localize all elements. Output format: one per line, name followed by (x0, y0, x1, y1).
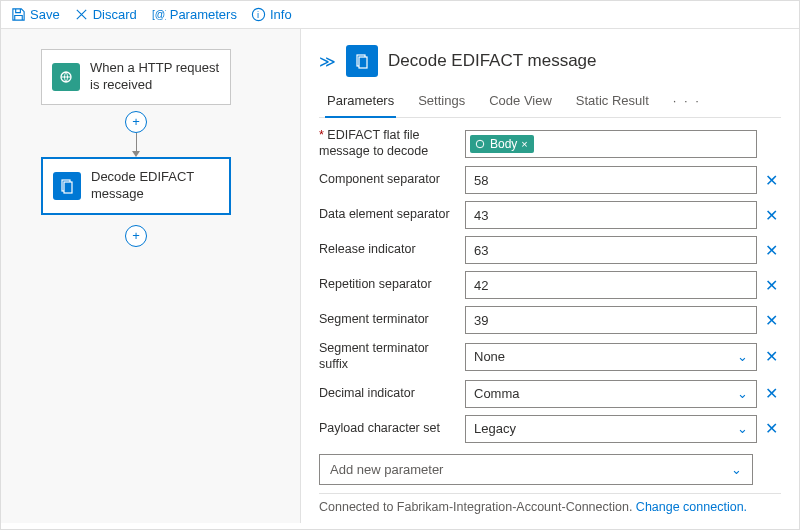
parameters-icon: [@] (151, 7, 166, 22)
svg-text:i: i (257, 10, 259, 20)
param-release-ind-input[interactable] (465, 236, 757, 264)
tabs: Parameters Settings Code View Static Res… (319, 87, 781, 118)
toolbar: Save Discard [@] Parameters i Info (1, 1, 799, 29)
http-icon (52, 63, 80, 91)
parameters-button[interactable]: [@] Parameters (151, 7, 237, 22)
panel-edifact-icon (346, 45, 378, 77)
param-decimal-ind-select[interactable]: Comma⌄ (465, 380, 757, 408)
chevron-down-icon: ⌄ (737, 349, 748, 364)
svg-text:[@]: [@] (152, 9, 166, 20)
param-decimal-ind: Decimal indicator Comma⌄ ✕ (319, 380, 781, 408)
discard-button[interactable]: Discard (74, 7, 137, 22)
param-payload-charset-select[interactable]: Legacy⌄ (465, 415, 757, 443)
param-segment-term: Segment terminator ✕ (319, 306, 781, 334)
collapse-icon[interactable]: ≫ (319, 52, 336, 71)
param-data-elem-sep-input[interactable] (465, 201, 757, 229)
chevron-down-icon: ⌄ (731, 462, 742, 477)
action-node-decode-edifact[interactable]: Decode EDIFACT message (41, 157, 231, 215)
param-segment-term-label: Segment terminator (319, 312, 457, 328)
body-token[interactable]: Body× (470, 135, 534, 153)
param-component-sep-input[interactable] (465, 166, 757, 194)
param-release-ind-label: Release indicator (319, 242, 457, 258)
connection-text: Connected to Fabrikam-Integration-Accoun… (319, 500, 632, 514)
connector: + (41, 105, 231, 157)
save-label: Save (30, 7, 60, 22)
param-segment-term-suffix-label: Segment terminator suffix (319, 341, 457, 372)
action-node-label: Decode EDIFACT message (91, 169, 219, 203)
main: When a HTTP request is received + Decode… (1, 29, 799, 523)
trigger-node-http[interactable]: When a HTTP request is received (41, 49, 231, 105)
param-repetition-sep-input[interactable] (465, 271, 757, 299)
tab-codeview[interactable]: Code View (487, 87, 554, 117)
connector-end: + (41, 215, 231, 247)
param-payload-charset: Payload character set Legacy⌄ ✕ (319, 415, 781, 443)
clear-payload-charset[interactable]: ✕ (761, 419, 781, 438)
add-step-button-top[interactable]: + (125, 111, 147, 133)
add-new-parameter[interactable]: Add new parameter⌄ (319, 454, 753, 485)
details-panel: ≫ Decode EDIFACT message Parameters Sett… (301, 29, 799, 523)
clear-data-elem-sep[interactable]: ✕ (761, 206, 781, 225)
param-flatfile-input[interactable]: Body× (465, 130, 757, 158)
save-button[interactable]: Save (11, 7, 60, 22)
clear-segment-term[interactable]: ✕ (761, 311, 781, 330)
param-segment-term-input[interactable] (465, 306, 757, 334)
param-data-elem-sep-label: Data element separator (319, 207, 457, 223)
parameters-label: Parameters (170, 7, 237, 22)
chevron-down-icon: ⌄ (737, 421, 748, 436)
param-segment-term-suffix: Segment terminator suffix None⌄ ✕ (319, 341, 781, 372)
clear-repetition-sep[interactable]: ✕ (761, 276, 781, 295)
param-release-ind: Release indicator ✕ (319, 236, 781, 264)
param-component-sep-label: Component separator (319, 172, 457, 188)
clear-release-ind[interactable]: ✕ (761, 241, 781, 260)
param-decimal-ind-label: Decimal indicator (319, 386, 457, 402)
param-data-elem-sep: Data element separator ✕ (319, 201, 781, 229)
edifact-icon (53, 172, 81, 200)
discard-icon (74, 7, 89, 22)
connection-footer: Connected to Fabrikam-Integration-Accoun… (319, 493, 781, 524)
change-connection-link[interactable]: Change connection. (636, 500, 747, 514)
trigger-node-label: When a HTTP request is received (90, 60, 220, 94)
clear-decimal-ind[interactable]: ✕ (761, 384, 781, 403)
param-repetition-sep-label: Repetition separator (319, 277, 457, 293)
info-label: Info (270, 7, 292, 22)
tab-staticresult[interactable]: Static Result (574, 87, 651, 117)
tab-more[interactable]: · · · (671, 87, 703, 117)
info-button[interactable]: i Info (251, 7, 292, 22)
svg-rect-7 (359, 57, 367, 68)
param-payload-charset-label: Payload character set (319, 421, 457, 437)
designer-canvas[interactable]: When a HTTP request is received + Decode… (1, 29, 301, 523)
http-token-icon (474, 138, 486, 150)
param-flatfile-label: * EDIFACT flat file message to decode (319, 128, 457, 159)
param-component-sep: Component separator ✕ (319, 166, 781, 194)
clear-segment-term-suffix[interactable]: ✕ (761, 347, 781, 366)
param-repetition-sep: Repetition separator ✕ (319, 271, 781, 299)
param-flatfile: * EDIFACT flat file message to decode Bo… (319, 128, 781, 159)
tab-settings[interactable]: Settings (416, 87, 467, 117)
chevron-down-icon: ⌄ (737, 386, 748, 401)
add-step-button-bottom[interactable]: + (125, 225, 147, 247)
info-icon: i (251, 7, 266, 22)
panel-title: Decode EDIFACT message (388, 51, 597, 71)
param-segment-term-suffix-select[interactable]: None⌄ (465, 343, 757, 371)
tab-parameters[interactable]: Parameters (325, 87, 396, 118)
clear-component-sep[interactable]: ✕ (761, 171, 781, 190)
svg-point-8 (476, 140, 484, 148)
save-icon (11, 7, 26, 22)
svg-rect-5 (64, 182, 72, 193)
discard-label: Discard (93, 7, 137, 22)
panel-header: ≫ Decode EDIFACT message (319, 39, 781, 87)
